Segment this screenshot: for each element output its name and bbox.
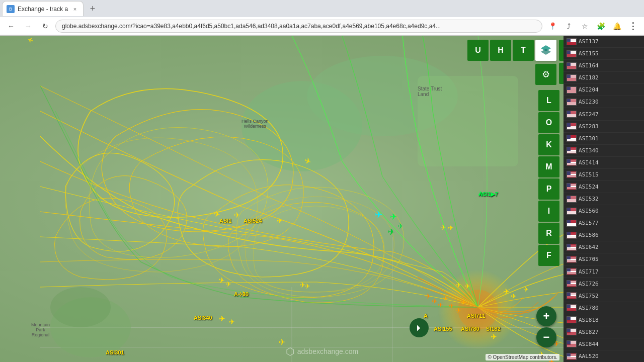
notifications-button[interactable]: 🔔: [610, 19, 624, 33]
side-letter-buttons: L O K M P I R F: [538, 90, 559, 266]
btn-r[interactable]: R: [538, 223, 559, 244]
flight-item-asi780[interactable]: ASI780: [564, 302, 644, 314]
flight-item-asi844[interactable]: ASI844: [564, 338, 644, 350]
zoom-controls: + −: [536, 306, 556, 347]
attribution: © OpenStreetMap contributors.: [486, 354, 559, 360]
flag-us: [567, 159, 577, 166]
browser-chrome: B Exchange - track a × + ← → ↻ 📍 ⤴ ☆ 🧩 🔔…: [0, 0, 644, 36]
btn-layers[interactable]: [535, 40, 556, 61]
bookmark-button[interactable]: ☆: [578, 19, 592, 33]
flag-us: [567, 328, 577, 335]
callsign: ASI577: [579, 220, 599, 226]
map-controls-top: U H T: [467, 40, 556, 61]
svg-marker-12: [541, 49, 551, 55]
callsign: ASI182: [579, 74, 599, 81]
callsign: ASI515: [579, 171, 599, 178]
flag-us: [567, 316, 577, 323]
flight-item-asi752[interactable]: ASI752: [564, 290, 644, 302]
btn-m[interactable]: M: [538, 156, 559, 177]
flag-us: [567, 50, 577, 57]
settings-btn-container[interactable]: ⚙: [535, 64, 556, 85]
flight-item-asi247[interactable]: ASI247: [564, 108, 644, 120]
flag-us: [567, 99, 577, 106]
flag-us: [567, 268, 577, 275]
callsign: ASI560: [579, 208, 599, 214]
flight-item-asi705[interactable]: ASI705: [564, 253, 644, 265]
callsign: ASI414: [579, 159, 599, 166]
svg-rect-2: [418, 76, 518, 166]
tab-favicon: B: [7, 5, 15, 13]
callsign: ASI532: [579, 196, 599, 202]
flight-item-asi182[interactable]: ASI182: [564, 72, 644, 84]
active-tab[interactable]: B Exchange - track a ×: [2, 1, 84, 16]
flight-item-asi818[interactable]: ASI818: [564, 314, 644, 326]
flight-item-asi164[interactable]: ASI164: [564, 60, 644, 72]
callsign: AAL520: [579, 353, 599, 359]
watermark: ⬡ adsbexchange.com: [286, 345, 358, 357]
flight-item-asi283[interactable]: ASI283: [564, 121, 644, 133]
callsign: ASI230: [579, 99, 599, 105]
flight-item-asi137[interactable]: ASI137: [564, 36, 644, 48]
flight-item-asi827[interactable]: ASI827: [564, 326, 644, 338]
flight-item-asi204[interactable]: ASI204: [564, 84, 644, 96]
location-button[interactable]: 📍: [545, 19, 559, 33]
flight-item-asi642[interactable]: ASI642: [564, 241, 644, 253]
share-button[interactable]: ⤴: [561, 19, 576, 33]
btn-t[interactable]: T: [513, 40, 534, 61]
flight-item-asi726[interactable]: ASI726: [564, 278, 644, 290]
callsign: ASI164: [579, 62, 599, 69]
flight-item-asi230[interactable]: ASI230: [564, 96, 644, 108]
callsign: ASI818: [579, 317, 599, 323]
replay-btn[interactable]: ⏵: [410, 318, 429, 337]
address-input[interactable]: [55, 20, 542, 33]
menu-button[interactable]: ⋮: [626, 19, 640, 33]
flight-item-asi717[interactable]: ASI717: [564, 265, 644, 278]
zoom-in-btn[interactable]: +: [536, 306, 556, 326]
flight-item-asi515[interactable]: ASI515: [564, 169, 644, 181]
layers-icon: [540, 44, 552, 56]
new-tab-button[interactable]: +: [86, 2, 100, 16]
flight-panel[interactable]: ASI137 ASI155 ASI164 ASI182 ASI204 ASI23…: [564, 36, 644, 362]
btn-l[interactable]: L: [538, 90, 559, 111]
flight-item-asi155[interactable]: ASI155: [564, 48, 644, 60]
btn-u[interactable]: U: [467, 40, 489, 61]
back-button[interactable]: ←: [4, 19, 18, 33]
flight-item-asi524[interactable]: ASI524: [564, 181, 644, 193]
flight-item-asi414[interactable]: ASI414: [564, 157, 644, 169]
btn-h[interactable]: H: [490, 40, 511, 61]
flag-us: [567, 353, 577, 360]
btn-f[interactable]: F: [538, 245, 559, 266]
flag-us: [567, 280, 577, 287]
forward-button[interactable]: →: [21, 19, 35, 33]
flag-us: [567, 135, 577, 142]
extensions-button[interactable]: 🧩: [594, 19, 608, 33]
flight-item-asi301[interactable]: ASI301: [564, 133, 644, 145]
flight-item-aal520[interactable]: AAL520: [564, 350, 644, 362]
btn-i[interactable]: I: [538, 201, 559, 222]
flag-us: [567, 183, 577, 190]
flight-item-asi340[interactable]: ASI340: [564, 145, 644, 157]
flag-us: [567, 292, 577, 299]
callsign: ASI827: [579, 329, 599, 335]
settings-btn[interactable]: ⚙: [535, 64, 556, 85]
tab-close-button[interactable]: ×: [71, 5, 79, 13]
callsign: ASI586: [579, 232, 599, 238]
map-container[interactable]: State TrustLand Hells CanyonWilderness P…: [0, 36, 644, 362]
flag-us: [567, 208, 577, 215]
flag-us: [567, 196, 577, 203]
flag-us: [567, 220, 577, 227]
svg-point-8: [50, 287, 111, 327]
zoom-out-btn[interactable]: −: [536, 327, 556, 347]
callsign: ASI844: [579, 341, 599, 347]
btn-k[interactable]: K: [538, 134, 559, 155]
flag-us: [567, 256, 577, 263]
flag-us: [567, 38, 577, 45]
flight-item-asi577[interactable]: ASI577: [564, 217, 644, 229]
flight-item-asi532[interactable]: ASI532: [564, 193, 644, 205]
reload-button[interactable]: ↻: [38, 19, 52, 33]
flight-item-asi586[interactable]: ASI586: [564, 229, 644, 241]
btn-p[interactable]: P: [538, 178, 559, 200]
btn-o[interactable]: O: [538, 112, 559, 133]
callsign: ASI642: [579, 244, 599, 250]
flight-item-asi560[interactable]: ASI560: [564, 205, 644, 217]
